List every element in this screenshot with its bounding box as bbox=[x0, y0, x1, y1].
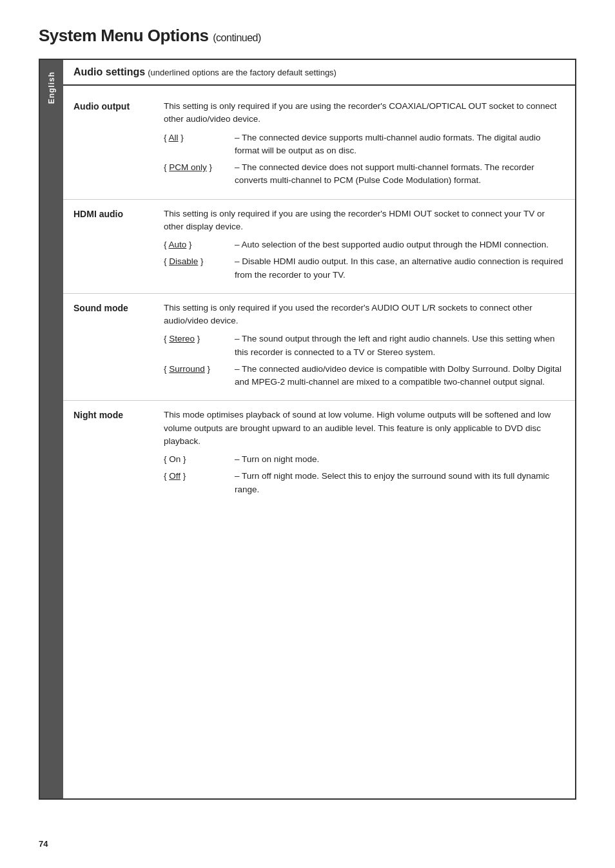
page-title: System Menu Options (continued) bbox=[39, 26, 576, 46]
sound-mode-option-surround-desc: – The connected audio/video device is co… bbox=[235, 363, 565, 389]
sidebar-label: English bbox=[47, 66, 56, 109]
settings-body: Audio output This setting is only requir… bbox=[63, 86, 575, 514]
sound-mode-option-stereo-key: { Stereo } bbox=[164, 333, 235, 345]
audio-output-content: This setting is only required if you are… bbox=[164, 100, 565, 191]
sound-mode-option-surround-key: { Surround } bbox=[164, 363, 235, 376]
page-title-text: System Menu Options bbox=[39, 26, 209, 45]
audio-output-intro: This setting is only required if you are… bbox=[164, 100, 565, 126]
audio-output-option-pcm-desc: – The connected device does not support … bbox=[235, 161, 565, 188]
sound-mode-content: This setting is only required if you use… bbox=[164, 302, 565, 393]
sidebar: English bbox=[40, 60, 63, 798]
sound-mode-option-surround: { Surround } – The connected audio/video… bbox=[164, 363, 565, 389]
night-mode-option-on-key: { On } bbox=[164, 453, 235, 466]
hdmi-audio-option-disable-desc: – Disable HDMI audio output. In this cas… bbox=[235, 255, 565, 282]
page-title-continued: (continued) bbox=[213, 32, 261, 43]
section-header: Audio settings (underlined options are t… bbox=[63, 60, 575, 86]
audio-output-option-all-key: { All } bbox=[164, 131, 235, 144]
hdmi-audio-intro: This setting is only required if you are… bbox=[164, 207, 565, 234]
sound-mode-option-stereo: { Stereo } – The sound output through th… bbox=[164, 333, 565, 359]
hdmi-audio-label: HDMI audio bbox=[73, 207, 164, 285]
page: System Menu Options (continued) English … bbox=[0, 0, 615, 868]
night-mode-option-on-desc: – Turn on night mode. bbox=[235, 453, 565, 466]
hdmi-audio-option-disable-key: { Disable } bbox=[164, 255, 235, 268]
hdmi-audio-option-auto: { Auto } – Auto selection of the best su… bbox=[164, 238, 565, 251]
hdmi-audio-option-disable: { Disable } – Disable HDMI audio output.… bbox=[164, 255, 565, 282]
main-content: English Audio settings (underlined optio… bbox=[39, 59, 576, 800]
hdmi-audio-option-auto-key: { Auto } bbox=[164, 238, 235, 251]
sound-mode-intro: This setting is only required if you use… bbox=[164, 302, 565, 328]
hdmi-audio-content: This setting is only required if you are… bbox=[164, 207, 565, 285]
sound-mode-option-stereo-desc: – The sound output through the left and … bbox=[235, 333, 565, 359]
night-mode-label: Night mode bbox=[73, 409, 164, 500]
night-mode-option-off: { Off } – Turn off night mode. Select th… bbox=[164, 470, 565, 496]
night-mode-option-off-desc: – Turn off night mode. Select this to en… bbox=[235, 470, 565, 496]
night-mode-intro: This mode optimises playback of sound at… bbox=[164, 409, 565, 448]
audio-output-option-all: { All } – The connected device supports … bbox=[164, 131, 565, 158]
section-subtitle: (underlined options are the factory defa… bbox=[148, 68, 337, 77]
setting-row-sound-mode: Sound mode This setting is only required… bbox=[63, 294, 575, 401]
setting-row-audio-output: Audio output This setting is only requir… bbox=[63, 92, 575, 200]
night-mode-option-on: { On } – Turn on night mode. bbox=[164, 453, 565, 466]
audio-output-option-pcm: { PCM only } – The connected device does… bbox=[164, 161, 565, 188]
content-area: Audio settings (underlined options are t… bbox=[63, 60, 575, 798]
night-mode-content: This mode optimises playback of sound at… bbox=[164, 409, 565, 500]
audio-output-option-all-desc: – The connected device supports multi-ch… bbox=[235, 131, 565, 158]
audio-output-label-text: Audio output bbox=[73, 101, 130, 111]
hdmi-audio-label-text: HDMI audio bbox=[73, 209, 123, 219]
audio-output-label: Audio output bbox=[73, 100, 164, 191]
audio-output-option-pcm-key: { PCM only } bbox=[164, 161, 235, 174]
section-title: Audio settings bbox=[73, 66, 145, 77]
page-number: 74 bbox=[39, 839, 48, 849]
sound-mode-label: Sound mode bbox=[73, 302, 164, 393]
setting-row-night-mode: Night mode This mode optimises playback … bbox=[63, 401, 575, 508]
sound-mode-label-text: Sound mode bbox=[73, 303, 128, 313]
hdmi-audio-option-auto-desc: – Auto selection of the best supported a… bbox=[235, 238, 565, 251]
night-mode-label-text: Night mode bbox=[73, 410, 123, 420]
night-mode-option-off-key: { Off } bbox=[164, 470, 235, 483]
setting-row-hdmi-audio: HDMI audio This setting is only required… bbox=[63, 200, 575, 294]
